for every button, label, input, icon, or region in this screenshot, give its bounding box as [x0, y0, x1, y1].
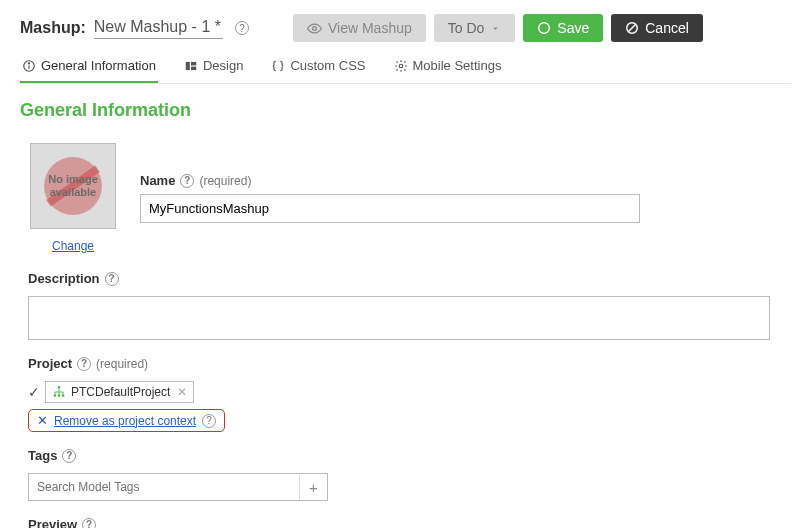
preview-label: Preview [28, 517, 77, 528]
gear-icon [394, 59, 408, 73]
remove-project-context-row: ✕ Remove as project context ? [28, 409, 225, 432]
svg-rect-11 [58, 386, 60, 388]
change-thumbnail-link[interactable]: Change [52, 239, 94, 253]
thumbnail-placeholder: No image available [30, 143, 116, 229]
thumbnail-column: No image available Change [28, 143, 118, 253]
tab-design[interactable]: Design [182, 54, 245, 83]
svg-rect-12 [54, 394, 56, 396]
project-label: Project [28, 356, 72, 371]
remove-project-context-link[interactable]: Remove as project context [54, 414, 196, 428]
svg-rect-8 [191, 61, 196, 64]
eye-icon [307, 21, 322, 36]
help-icon[interactable]: ? [82, 518, 96, 529]
name-required: (required) [199, 174, 251, 188]
tags-search-input[interactable] [29, 474, 299, 500]
tags-label: Tags [28, 448, 57, 463]
help-icon[interactable]: ? [180, 174, 194, 188]
svg-line-3 [629, 25, 636, 32]
svg-point-0 [313, 26, 317, 30]
view-mashup-button[interactable]: View Mashup [293, 14, 426, 42]
tab-css-label: Custom CSS [290, 58, 365, 73]
css-icon [271, 59, 285, 73]
help-icon[interactable]: ? [235, 21, 249, 35]
tab-general-label: General Information [41, 58, 156, 73]
svg-point-10 [399, 64, 403, 68]
svg-rect-7 [186, 61, 190, 69]
svg-rect-14 [62, 394, 64, 396]
todo-button[interactable]: To Do [434, 14, 516, 42]
help-icon[interactable]: ? [77, 357, 91, 371]
tab-mobile-label: Mobile Settings [413, 58, 502, 73]
section-title: General Information [20, 100, 791, 121]
save-button[interactable]: Save [523, 14, 603, 42]
svg-point-6 [28, 62, 29, 63]
svg-rect-13 [58, 394, 60, 396]
mashup-prefix: Mashup: [20, 19, 86, 37]
remove-x-icon: ✕ [37, 413, 48, 428]
mashup-title[interactable]: New Mashup - 1 * [94, 18, 223, 39]
header-bar: Mashup: New Mashup - 1 * ? View Mashup T… [20, 14, 791, 42]
svg-point-1 [539, 23, 550, 34]
thumbnail-text: No image available [31, 173, 115, 199]
save-circle-icon [537, 21, 551, 35]
clear-project-icon[interactable]: ✕ [177, 385, 187, 399]
save-label: Save [557, 20, 589, 36]
tab-general-information[interactable]: General Information [20, 54, 158, 83]
tab-design-label: Design [203, 58, 243, 73]
help-icon[interactable]: ? [202, 414, 216, 428]
project-required: (required) [96, 357, 148, 371]
chevron-down-icon [490, 23, 501, 34]
help-icon[interactable]: ? [62, 449, 76, 463]
project-chip[interactable]: PTCDefaultProject ✕ [45, 381, 194, 403]
cancel-label: Cancel [645, 20, 689, 36]
cancel-icon [625, 21, 639, 35]
tab-bar: General Information Design Custom CSS Mo… [20, 54, 791, 84]
cancel-button[interactable]: Cancel [611, 14, 703, 42]
help-icon[interactable]: ? [105, 272, 119, 286]
description-input[interactable] [28, 296, 770, 340]
project-name: PTCDefaultProject [71, 385, 170, 399]
add-tag-button[interactable]: + [299, 475, 327, 500]
design-icon [184, 59, 198, 73]
tags-input-wrapper: + [28, 473, 328, 501]
name-label: Name [140, 173, 175, 188]
description-label: Description [28, 271, 100, 286]
view-mashup-label: View Mashup [328, 20, 412, 36]
todo-label: To Do [448, 20, 485, 36]
info-icon [22, 59, 36, 73]
tab-custom-css[interactable]: Custom CSS [269, 54, 367, 83]
name-input[interactable] [140, 194, 640, 223]
tab-mobile-settings[interactable]: Mobile Settings [392, 54, 504, 83]
project-icon [52, 385, 66, 399]
check-icon: ✓ [28, 384, 40, 400]
svg-rect-9 [191, 66, 196, 70]
